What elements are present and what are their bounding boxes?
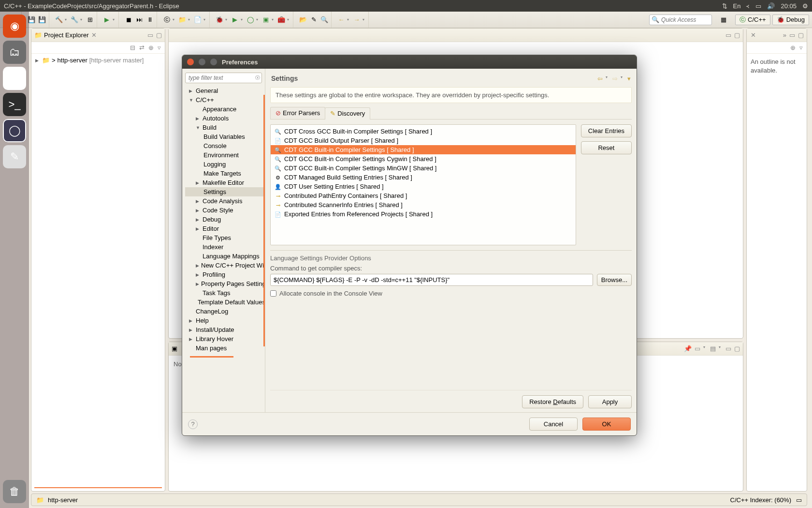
tree-build-variables[interactable]: Build Variables — [185, 132, 265, 141]
window-maximize-icon[interactable] — [210, 59, 217, 65]
maximize-icon[interactable]: ▢ — [156, 31, 162, 39]
tree-logging[interactable]: Logging — [185, 160, 265, 169]
suspend-icon[interactable]: ⏸ — [145, 15, 155, 25]
window-minimize-icon[interactable] — [199, 59, 205, 65]
provider-item[interactable]: 📄Exported Entries from Referenced Projec… — [271, 209, 576, 219]
perspective-debug[interactable]: 🐞Debug — [772, 15, 809, 25]
tree-code-style[interactable]: ▶Code Style — [185, 206, 265, 215]
minimize-icon[interactable]: ▭ — [725, 31, 731, 39]
tree-profiling[interactable]: ▶Profiling — [185, 270, 265, 279]
window-close-icon[interactable] — [187, 59, 194, 65]
back-icon[interactable]: ← — [336, 15, 346, 25]
sort-icon[interactable]: ⊕ — [790, 44, 796, 51]
project-tree[interactable]: ▶ 📁 > http-server [http-server master] — [31, 54, 165, 67]
reset-button[interactable]: Reset — [581, 141, 632, 154]
bluetooth-icon[interactable]: ᚜ — [746, 2, 750, 10]
provider-item[interactable]: 📄CDT GCC Build Output Parser [ Shared ] — [271, 136, 576, 145]
allocate-console-checkbox[interactable] — [270, 290, 276, 297]
allocate-console-check[interactable]: Allocate console in the Console View — [270, 290, 632, 297]
chrome-icon[interactable]: ◐ — [3, 67, 26, 90]
close-icon[interactable]: ✕ — [91, 31, 97, 39]
search-icon[interactable]: 🔍 — [319, 15, 329, 25]
run2-icon[interactable]: ▶ — [230, 15, 240, 25]
new-file-icon[interactable]: 📄 — [193, 15, 203, 25]
filter-input[interactable] — [185, 73, 262, 83]
tree-makefile-editor[interactable]: ▶Makefile Editor — [185, 178, 265, 187]
tree-install-update[interactable]: ▶Install/Update — [185, 325, 265, 334]
build-target-icon[interactable]: ⊞ — [85, 15, 95, 25]
run-icon[interactable]: ▶ — [102, 15, 112, 25]
tree-property-pages[interactable]: ▶Property Pages Settings — [185, 279, 265, 288]
maximize-icon[interactable]: ▢ — [734, 345, 740, 352]
debug-icon[interactable]: 🐞 — [215, 15, 224, 25]
provider-item[interactable]: ⊸Contributed ScannerInfo Entries [ Share… — [271, 200, 576, 209]
tree-indexer[interactable]: Indexer — [185, 242, 265, 252]
pin-icon[interactable]: 📌 — [684, 345, 692, 352]
open-task-icon[interactable]: ✎ — [309, 15, 319, 25]
tree-editor[interactable]: ▶Editor — [185, 224, 265, 233]
ext-tools-icon[interactable]: 🧰 — [276, 15, 286, 25]
terminal-icon[interactable]: >_ — [3, 93, 26, 116]
provider-item-selected[interactable]: 🔍CDT GCC Built-in Compiler Settings [ Sh… — [271, 145, 576, 154]
tree-man-pages[interactable]: Man pages — [185, 344, 265, 353]
view-menu-icon[interactable]: ▿ — [799, 44, 803, 51]
menu-icon[interactable]: » — [783, 31, 786, 39]
new-folder-icon[interactable]: 📁 — [177, 15, 187, 25]
maximize-icon[interactable]: ▢ — [798, 31, 804, 39]
tree-help[interactable]: ▶Help — [185, 316, 265, 325]
tree-cpp[interactable]: ▼C/C++ — [185, 95, 265, 105]
tree-autotools[interactable]: ▶Autotools — [185, 114, 265, 123]
provider-list[interactable]: 🔍CDT Cross GCC Built-in Compiler Setting… — [270, 124, 576, 245]
collapse-all-icon[interactable]: ⊟ — [130, 44, 135, 51]
dialog-titlebar[interactable]: Preferences — [182, 55, 637, 69]
keyboard-layout-indicator[interactable]: En — [733, 2, 741, 10]
provider-item[interactable]: ⊸Contributed PathEntry Containers [ Shar… — [271, 191, 576, 200]
forward-icon[interactable]: → — [352, 15, 362, 25]
build-icon[interactable]: 🔨 — [54, 15, 64, 25]
tree-console[interactable]: Console — [185, 141, 265, 150]
tree-changelog[interactable]: ChangeLog — [185, 307, 265, 316]
project-explorer-tab[interactable]: 📁 Project Explorer ✕ ▭ ▢ — [31, 29, 165, 42]
profile-icon[interactable]: ◯ — [246, 15, 255, 25]
tree-task-tags[interactable]: Task Tags — [185, 288, 265, 298]
progress-icon[interactable]: ▭ — [796, 496, 802, 504]
view-menu-icon[interactable]: ▿ — [158, 44, 161, 51]
provider-item[interactable]: 🔍CDT GCC Built-in Compiler Settings Cygw… — [271, 154, 576, 164]
clear-entries-button[interactable]: Clear Entries — [581, 124, 632, 137]
coverage-icon[interactable]: ▣ — [261, 15, 271, 25]
tree-file-types[interactable]: File Types — [185, 233, 265, 242]
new-class-icon[interactable]: ⓒ — [162, 15, 172, 25]
quick-access[interactable]: 🔍 — [649, 15, 712, 25]
provider-item[interactable]: 🔍CDT Cross GCC Built-in Compiler Setting… — [271, 127, 576, 136]
tree-build[interactable]: ▼Build — [185, 123, 265, 132]
provider-item[interactable]: 🔍CDT GCC Built-in Compiler Settings MinG… — [271, 164, 576, 173]
open-type-icon[interactable]: 📂 — [298, 15, 308, 25]
tree-make-targets[interactable]: Make Targets — [185, 169, 265, 178]
close-icon[interactable]: ✕ — [751, 31, 756, 39]
clock[interactable]: 20:05 — [781, 2, 797, 10]
tree-debug[interactable]: ▶Debug — [185, 215, 265, 224]
quick-access-input[interactable] — [661, 16, 710, 23]
tree-environment[interactable]: Environment — [185, 150, 265, 160]
gear-icon[interactable]: ⚙ — [802, 2, 808, 10]
tab-error-parsers[interactable]: ⊘Error Parsers — [270, 107, 325, 119]
tree-new-project-wizard[interactable]: ▶New C/C++ Project Wizard — [185, 261, 265, 270]
tab-discovery[interactable]: ✎Discovery — [325, 107, 370, 120]
perspective-cpp[interactable]: ⓒC/C++ — [735, 15, 770, 25]
browse-button[interactable]: Browse... — [597, 274, 632, 286]
tree-code-analysis[interactable]: ▶Code Analysis — [185, 196, 265, 206]
tree-library-hover[interactable]: ▶Library Hover — [185, 334, 265, 344]
tree-item-http-server[interactable]: ▶ 📁 > http-server [http-server master] — [34, 56, 162, 65]
stop-icon[interactable]: ◼ — [124, 15, 133, 25]
files-icon[interactable]: 🗂 — [3, 41, 26, 64]
skip-icon[interactable]: ⏭ — [134, 15, 144, 25]
tree-settings[interactable]: Settings — [185, 187, 265, 196]
dash-icon[interactable]: ◉ — [3, 15, 26, 38]
provider-item[interactable]: 👤CDT User Setting Entries [ Shared ] — [271, 182, 576, 191]
nav-forward-icon[interactable]: ⇨ — [612, 75, 618, 82]
clear-icon[interactable]: ⓧ — [255, 75, 260, 81]
link-editor-icon[interactable]: ⇄ — [139, 44, 145, 51]
compiler-specs-input[interactable] — [270, 274, 593, 286]
tree-lang-mappings[interactable]: Language Mappings — [185, 252, 265, 261]
open-perspective-icon[interactable]: ▦ — [719, 15, 728, 25]
